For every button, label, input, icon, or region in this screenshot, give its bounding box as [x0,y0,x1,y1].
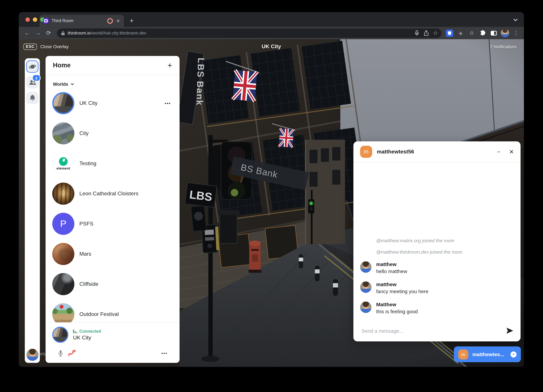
bookmark-star-icon[interactable]: ☆ [431,28,440,38]
forward-button[interactable]: → [33,28,43,38]
world-avatar [52,243,74,265]
active-chat-pill[interactable]: m matthewtes... ✕ [454,347,521,362]
minimize-window-button[interactable] [33,17,37,22]
chat-event: @matthew:thirdroom.dev joined the room [360,249,514,255]
new-tab-button[interactable]: + [127,16,137,26]
world-avatar [52,92,74,114]
world-item[interactable]: PPSFS [45,209,180,239]
rail-worlds-button[interactable] [26,60,39,73]
connected-world-name: UK City [73,335,101,341]
connection-status: Connected [79,329,101,334]
friends-badge: 2 [32,74,40,81]
world-avatar: element [52,153,74,175]
world-item[interactable]: Outdoor Festival [45,299,180,322]
extensions-row: ◈ ♻ ⋮ [445,28,520,38]
profile-avatar[interactable] [500,28,509,38]
rail-notifications-button[interactable] [26,92,39,104]
lock-icon [61,31,65,35]
world-name: PSFS [79,221,93,227]
world-name: Mars [79,251,91,257]
share-icon[interactable] [421,28,431,38]
home-title: Home [53,62,71,69]
extension-diamond-icon[interactable]: ◈ [456,28,465,38]
send-icon[interactable] [506,328,513,334]
world-name: Cliffside [79,281,98,287]
world-avatar [52,122,74,144]
tab-close-icon[interactable]: ✕ [116,18,121,24]
world-name: Leon Cathedral Cloisters [79,191,138,197]
browser-menu-icon[interactable]: ⋮ [511,28,520,38]
worlds-section-toggle[interactable]: Worlds [45,75,180,88]
element-wordmark: element [57,166,70,170]
sender-name: matthew [376,281,428,287]
element-logo-icon [59,157,68,166]
world-item[interactable]: City [45,118,180,148]
message-text: hello matthew [376,268,407,274]
add-world-button[interactable]: + [168,61,172,69]
address-bar[interactable]: thirdroom.io/world/#uk-city:thirdroom.de… [57,28,441,38]
world-avatar: P [52,213,74,235]
rail-friends-button[interactable]: 2 [26,76,39,88]
world-item[interactable]: UK City••• [45,88,180,118]
notifications-status[interactable]: 2 Notifications [490,45,516,49]
world-name: Outdoor Festival [79,311,119,317]
world-more-button[interactable]: ••• [165,101,173,106]
reload-button[interactable]: ⟳ [44,28,54,38]
url-path: /world/#uk-city:thirdroom.dev [90,30,146,35]
user-avatar[interactable] [26,349,38,361]
back-button[interactable]: ← [22,28,32,38]
world-name: City [79,130,89,136]
world-item[interactable]: Mars [45,239,180,269]
tab-third-room[interactable]: Third Room ✕ [40,15,124,27]
pill-avatar: m [458,349,468,359]
page-content: LBS Bank BS Bank LBS [19,39,524,367]
sender-avatar [360,301,372,313]
chat-messages[interactable]: @matthew:matrix.org joined the room@matt… [353,163,520,320]
tab-strip: Third Room ✕ + [19,12,524,27]
close-window-button[interactable] [25,17,30,22]
chat-message: Matthewthis is feeling good [360,301,514,314]
sender-name: Matthew [376,301,418,307]
bitwarden-extension-icon[interactable] [445,28,454,38]
bell-icon [29,94,36,102]
voice-search-icon[interactable] [412,28,421,38]
leave-call-button[interactable] [66,348,78,358]
world-item[interactable]: Cliffside [45,269,180,299]
chat-event: @matthew:matrix.org joined the room [360,238,514,243]
sender-avatar [360,281,372,293]
pill-close-icon[interactable]: ✕ [510,351,516,357]
call-controls: ••• [52,343,173,363]
tab-search-chevron-icon[interactable] [513,17,518,23]
microphone-icon [58,350,63,356]
chat-message-input[interactable] [361,328,503,334]
chat-window: m matthewtest56 − ✕ @matthew:matrix.org … [353,141,520,341]
message-text: fancy meeting you here [376,289,428,294]
world-title: UK City [19,44,524,50]
screen: Third Room ✕ + ← → ⟳ thirdroom.io/world/… [0,0,543,392]
side-panel-icon[interactable] [489,28,498,38]
world-avatar [52,183,74,205]
chat-close-button[interactable]: ✕ [509,149,514,155]
extensions-puzzle-icon[interactable] [478,28,487,38]
window-controls [25,17,45,22]
url-domain: thirdroom.io [68,30,90,35]
world-item[interactable]: Leon Cathedral Cloisters [45,179,180,209]
planet-icon [29,63,36,70]
home-panel: Home + Worlds UK City•••CityelementTesti… [45,56,180,363]
url-text: thirdroom.io/world/#uk-city:thirdroom.de… [68,30,412,35]
browser-toolbar: ← → ⟳ thirdroom.io/world/#uk-city:thirdr… [19,27,524,39]
address-bar-actions: ☆ [412,28,440,38]
connected-world-avatar [52,327,68,343]
tab-title: Third Room [51,18,105,23]
extension-recycle-icon[interactable]: ♻ [467,28,476,38]
chat-minimize-button[interactable]: − [497,149,500,155]
left-rail: 2 [25,58,40,363]
chat-room-title: matthewtest56 [377,149,414,155]
player-nametag-fragment: es [40,351,45,357]
third-room-favicon-icon [43,18,49,24]
call-more-button[interactable]: ••• [161,351,171,356]
microphone-button[interactable] [55,348,66,358]
world-item[interactable]: elementTesting [45,148,180,179]
chevron-down-icon [71,83,74,85]
chat-header: m matthewtest56 − ✕ [353,141,520,163]
